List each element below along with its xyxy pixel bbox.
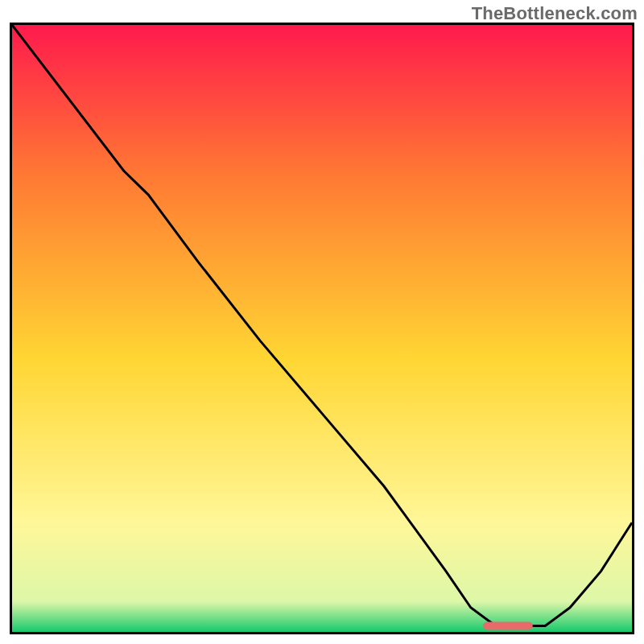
chart-frame bbox=[10, 23, 634, 634]
watermark-text: TheBottleneck.com bbox=[472, 3, 638, 24]
gradient-background bbox=[12, 25, 632, 632]
chart-plot bbox=[12, 25, 632, 632]
chart-root: TheBottleneck.com bbox=[0, 0, 644, 644]
optimal-marker bbox=[483, 622, 533, 630]
